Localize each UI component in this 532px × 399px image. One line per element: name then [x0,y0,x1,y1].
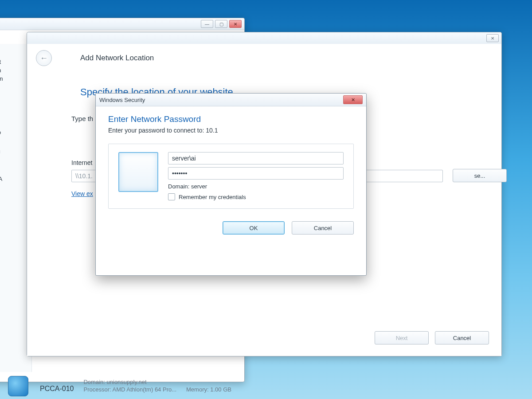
close-button[interactable]: ✕ [229,20,242,28]
security-titlebar: Windows Security ✕ [96,94,366,106]
sysinfo-col1: Domain: unionsupply.net Processor: AMD A… [83,379,176,393]
memory-val: 1.00 GB [210,386,231,393]
browse-button[interactable]: se... [453,169,507,182]
windows-security-dialog: Windows Security ✕ Enter Network Passwor… [95,93,367,276]
password-value: ••••••• [172,170,187,177]
domain-kv: Domain: unionsupply.net [83,379,176,385]
network-address-value: \\10.1. [75,172,93,180]
security-body: Enter Network Password Enter your passwo… [96,106,366,235]
close-icon: ✕ [351,97,355,103]
minimize-button[interactable]: — [201,20,213,28]
password-input[interactable]: ••••••• [168,167,344,180]
ok-label: OK [250,225,258,231]
back-button[interactable]: ← [36,50,52,66]
credential-box: server\ai ••••••• Domain: server Remembe… [108,144,354,209]
memory-key: Memory: [186,386,209,393]
processor-key: Processor: [83,386,111,393]
remember-credentials-row[interactable]: Remember my credentials [168,193,344,200]
processor-kv: Processor: AMD Athlon(tm) 64 Pro... [83,386,176,393]
user-avatar-icon [118,152,158,192]
security-subtext: Enter your password to connect to: 10.1 [108,127,354,134]
ok-button[interactable]: OK [223,221,285,235]
next-button[interactable]: Next [375,331,429,344]
domain-label: Domain: server [168,183,344,190]
security-button-row: OK Cancel [108,221,354,235]
security-close-button[interactable]: ✕ [343,95,363,104]
memory-kv: Memory: 1.00 GB [186,386,231,393]
start-button-icon[interactable] [8,376,28,396]
credential-fields: server\ai ••••••• Domain: server Remembe… [168,152,344,200]
wizard-titlebar: ✕ [27,32,501,44]
maximize-button[interactable]: ▢ [215,20,227,28]
explorer-titlebar: — ▢ ✕ [0,18,244,30]
wizard-title: Add Network Location [80,54,154,63]
processor-val: AMD Athlon(tm) 64 Pro... [113,386,177,393]
security-cancel-button[interactable]: Cancel [292,221,354,235]
system-info-bar: PCCA-010 Domain: unionsupply.net Process… [40,379,231,393]
wizard-close-button[interactable]: ✕ [486,34,499,42]
browse-label: se... [474,172,485,179]
domain-val: unionsupply.net [107,379,147,385]
cancel-button[interactable]: Cancel [435,331,489,344]
cancel-label: Cancel [453,335,471,341]
hostname: PCCA-010 [40,385,74,393]
security-cancel-label: Cancel [314,225,332,231]
remember-checkbox[interactable] [168,193,175,200]
arrow-left-icon: ← [40,54,48,63]
security-window-title: Windows Security [99,97,145,103]
domain-key: Domain: [83,379,105,385]
remember-label: Remember my credentials [179,194,246,200]
next-label: Next [396,335,408,341]
wizard-button-row: Next Cancel [375,331,489,344]
wizard-prompt: Type th [71,115,93,122]
sysinfo-col2: Memory: 1.00 GB [186,386,231,393]
view-examples-link[interactable]: View ex [71,190,93,197]
address-field-label: Internet [71,159,92,166]
username-value: server\ai [172,155,196,162]
username-input[interactable]: server\ai [168,152,344,164]
security-heading: Enter Network Password [108,114,354,124]
